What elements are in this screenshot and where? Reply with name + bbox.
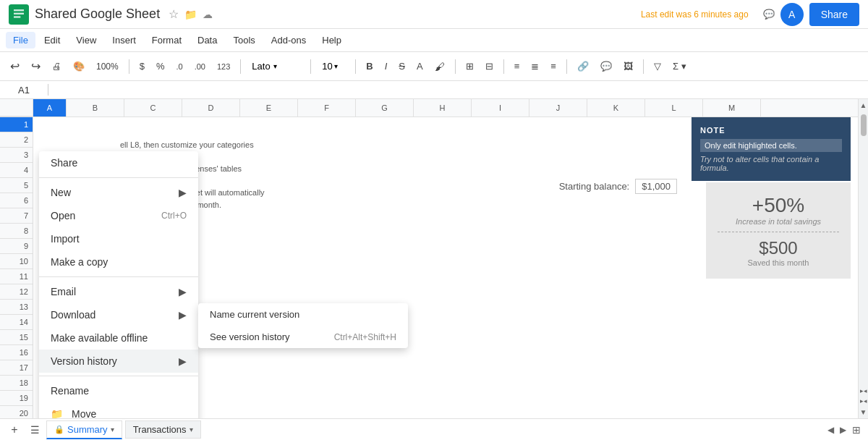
scroll-down-arrow[interactable]: ▼ <box>858 406 868 418</box>
row-7[interactable]: 7 <box>0 208 33 224</box>
undo-button[interactable]: ↩ <box>6 56 24 76</box>
transactions-tab-arrow[interactable]: ▾ <box>190 426 193 433</box>
row-2[interactable]: 2 <box>0 132 33 148</box>
file-menu-version-history[interactable]: Version history ▶ <box>39 350 198 373</box>
row-6[interactable]: 6 <box>0 193 33 208</box>
filter-button[interactable]: ▽ <box>650 58 665 75</box>
strikethrough-button[interactable]: S <box>394 58 409 75</box>
col-header-a[interactable]: A <box>33 99 67 117</box>
row-15[interactable]: 15 <box>0 330 33 345</box>
row-13[interactable]: 13 <box>0 300 33 315</box>
star-icon[interactable]: ☆ <box>169 7 179 21</box>
scroll-expand-1[interactable]: ▸◂ <box>859 386 869 396</box>
align-center-button[interactable]: ≣ <box>527 58 543 75</box>
row-9[interactable]: 9 <box>0 239 33 254</box>
row-10[interactable]: 10 <box>0 254 33 269</box>
col-header-h[interactable]: H <box>414 99 472 117</box>
comment-button[interactable]: 💬 <box>596 58 616 75</box>
col-header-j[interactable]: J <box>529 99 587 117</box>
row-19[interactable]: 19 <box>0 391 33 406</box>
file-menu-rename[interactable]: Rename <box>39 379 198 402</box>
menu-help[interactable]: Help <box>315 32 349 48</box>
submenu-name-version[interactable]: Name current version <box>198 303 408 326</box>
row-11[interactable]: 11 <box>0 269 33 284</box>
percent-button[interactable]: % <box>152 58 169 75</box>
summary-tab[interactable]: 🔒 Summary ▾ <box>46 420 122 439</box>
align-right-button[interactable]: ≡ <box>546 58 561 75</box>
menu-addons[interactable]: Add-ons <box>264 32 313 48</box>
redo-button[interactable]: ↪ <box>27 56 45 76</box>
cell-reference[interactable]: A1 <box>6 85 42 96</box>
col-header-b[interactable]: B <box>67 99 124 117</box>
comments-button[interactable]: 💬 <box>757 3 780 26</box>
avatar-button[interactable]: A <box>780 3 804 26</box>
font-selector[interactable]: Lato ▾ <box>247 59 305 74</box>
borders-button[interactable]: ⊞ <box>461 58 478 75</box>
file-menu-copy[interactable]: Make a copy <box>39 250 198 274</box>
row-18[interactable]: 18 <box>0 376 33 391</box>
col-header-l[interactable]: L <box>645 99 703 117</box>
merge-button[interactable]: ⊟ <box>481 58 498 75</box>
row-4[interactable]: 4 <box>0 163 33 178</box>
file-menu-new[interactable]: New ▶ <box>39 181 198 204</box>
image-button[interactable]: 🖼 <box>619 58 637 75</box>
zoom-button[interactable]: 100% <box>92 59 123 75</box>
folder-icon[interactable]: 📁 <box>184 9 197 20</box>
file-menu-download[interactable]: Download ▶ <box>39 303 198 326</box>
share-button[interactable]: Share <box>809 3 859 26</box>
row-5[interactable]: 5 <box>0 178 33 193</box>
col-header-f[interactable]: F <box>298 99 356 117</box>
row-17[interactable]: 17 <box>0 360 33 376</box>
row-16[interactable]: 16 <box>0 345 33 360</box>
menu-edit[interactable]: Edit <box>37 32 67 48</box>
function-button[interactable]: Σ ▾ <box>668 58 691 75</box>
summary-tab-arrow[interactable]: ▾ <box>111 426 114 433</box>
more-formats-button[interactable]: 123 <box>213 59 234 74</box>
menu-tools[interactable]: Tools <box>226 32 262 48</box>
scroll-thumb[interactable] <box>861 114 867 136</box>
menu-file[interactable]: File <box>6 32 35 48</box>
menu-format[interactable]: Format <box>145 32 189 48</box>
file-menu-email[interactable]: Email ▶ <box>39 280 198 303</box>
scroll-expand-2[interactable]: ▸◂ <box>859 396 869 406</box>
file-menu-offline[interactable]: Make available offline <box>39 326 198 350</box>
currency-button[interactable]: $ <box>135 58 149 75</box>
row-20[interactable]: 20 <box>0 406 33 418</box>
decimal2-button[interactable]: .00 <box>190 59 210 74</box>
row-12[interactable]: 12 <box>0 284 33 300</box>
font-size-selector[interactable]: 10 ▾ <box>317 59 349 74</box>
highlight-button[interactable]: 🖌 <box>430 58 449 75</box>
file-menu-import[interactable]: Import <box>39 227 198 250</box>
decimal1-button[interactable]: .0 <box>172 59 187 74</box>
formula-input[interactable] <box>54 85 862 96</box>
col-header-c[interactable]: C <box>124 99 182 117</box>
doc-title[interactable]: Shared Google Sheet <box>35 7 160 22</box>
row-14[interactable]: 14 <box>0 315 33 330</box>
add-sheet-button[interactable]: + <box>6 421 23 439</box>
vertical-scrollbar[interactable]: ▲ ▸◂ ▸◂ ▼ <box>858 99 868 418</box>
sheet-list-button[interactable]: ☰ <box>26 421 43 439</box>
bold-button[interactable]: B <box>362 58 377 75</box>
file-menu-share[interactable]: Share <box>39 151 198 174</box>
col-header-m[interactable]: M <box>703 99 761 117</box>
menu-insert[interactable]: Insert <box>105 32 143 48</box>
col-header-k[interactable]: K <box>587 99 645 117</box>
col-header-g[interactable]: G <box>356 99 414 117</box>
paint-format-button[interactable]: 🎨 <box>69 58 89 75</box>
link-button[interactable]: 🔗 <box>573 58 593 75</box>
menu-data[interactable]: Data <box>190 32 224 48</box>
col-header-d[interactable]: D <box>182 99 240 117</box>
italic-button[interactable]: I <box>380 58 392 75</box>
transactions-tab[interactable]: Transactions ▾ <box>125 420 201 439</box>
expand-button[interactable]: ⊞ <box>851 423 862 437</box>
col-header-e[interactable]: E <box>240 99 298 117</box>
scroll-up-arrow[interactable]: ▲ <box>858 99 868 111</box>
print-button[interactable]: 🖨 <box>48 58 66 75</box>
font-color-button[interactable]: A <box>412 58 427 75</box>
menu-view[interactable]: View <box>69 32 103 48</box>
submenu-see-history[interactable]: See version history Ctrl+Alt+Shift+H <box>198 326 408 348</box>
row-3[interactable]: 3 <box>0 148 33 163</box>
row-1[interactable]: 1 <box>0 117 33 132</box>
tab-scroll-left[interactable]: ◀ <box>826 423 835 436</box>
col-header-i[interactable]: I <box>472 99 529 117</box>
